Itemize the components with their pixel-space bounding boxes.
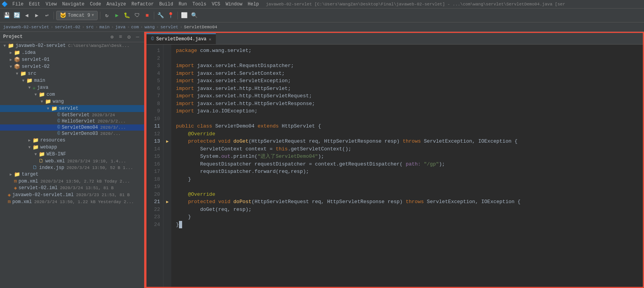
menu-window[interactable]: Window [223,1,245,8]
tree-item-pomxml-servlet02[interactable]: m pom.xml 2020/3/24 13:50, 2.72 kB Today… [0,178,144,185]
ln-2: 2 [148,55,160,62]
reload-button[interactable]: ↻ [103,11,111,20]
save-all-button[interactable]: 💾 [2,11,11,20]
tab-label-servletdemo04: ServletDemo04.java [156,36,207,42]
tree-item-webapp[interactable]: ▼ 📁 webapp [0,144,144,151]
param-21: (HttpServletRequest req, HttpServletResp… [251,198,406,206]
tree-item-servletdemo04[interactable]: © ServletDemo04 2020/3/... [0,124,144,131]
tree-item-rootpomxml[interactable]: m pom.xml 2020/3/24 13:50, 1.22 kB Yeste… [0,198,144,205]
menu-vcs[interactable]: VCS [210,1,223,8]
tree-meta-servlet02iml: 2020/3/24 13:51, 81 B [60,186,114,190]
tree-item-com[interactable]: ▼ 📁 com [0,91,144,98]
tree-item-servlet[interactable]: ▼ 📁 servlet [0,105,144,112]
menu-navigate[interactable]: Navigate [60,1,87,8]
tree-item-servlet02iml[interactable]: ◈ servlet-02.iml 2020/3/24 13:51, 81 B [0,185,144,191]
locate-button[interactable]: 📍 [167,11,175,20]
tree-item-getservlet[interactable]: © GetServlet 2020/3/24 [0,112,144,118]
undo-button[interactable]: ↩ [43,11,51,20]
tree-label-javaweb02iml: javaweb-02-servlet.iml [12,192,74,198]
tree-item-main[interactable]: ▼ 📁 main [0,77,144,84]
tree-item-webxml[interactable]: 🗋 web.xml 2020/3/24 19:10, 1.4... [0,158,144,164]
breadcrumb-sep-7: › [156,25,159,29]
hide-panel-button[interactable]: — [134,33,141,40]
forward-button[interactable]: ▶ [33,11,41,20]
project-folder-icon: 📁 [8,43,14,49]
code-14b: .getServletContext(); [288,145,351,153]
breadcrumb-wang[interactable]: wang [145,25,155,29]
ln-1: 1 [148,47,160,55]
tree-item-wang[interactable]: ▼ 📁 wang [0,98,144,105]
tree-item-javaweb02iml[interactable]: ◈ javaweb-02-servlet.iml 2020/3/23 21:53… [0,191,144,198]
code-editor[interactable]: 1 2 3 4 5 6 7 8 9 10 11 12 13 14 15 16 1… [146,45,643,287]
gutter-22 [164,206,170,214]
breadcrumb-servlet02[interactable]: servlet-02 [55,25,80,29]
run-button[interactable]: ▶ [113,11,121,20]
kw-import-6: import [176,85,194,93]
search-everywhere-button[interactable]: 🔍 [190,11,199,20]
tree-label-java: java [37,85,48,90]
code-content[interactable]: package com.wang.servlet; import javax.s… [171,45,643,287]
gear-settings-button[interactable]: ⚙ [126,33,133,40]
menu-file[interactable]: File [10,1,26,8]
menu-build[interactable]: Build [157,1,176,8]
code-line-12: @Override [176,130,638,138]
tree-item-idea[interactable]: ▶ 📁 .idea [0,49,144,56]
tree-item-helloservlet[interactable]: © HelloServlet 2020/3/2... [0,118,144,124]
menu-refactor[interactable]: Refactor [129,1,156,8]
indexjsp-file-icon: 🗋 [33,165,38,171]
tree-item-servlet01[interactable]: ▶ 📦 servlet-01 [0,56,144,63]
tree-item-resources[interactable]: ▶ 📁 resources [0,137,144,144]
breadcrumb-src[interactable]: src [86,25,94,29]
code-line-14: ServletContext context = this .getServle… [176,145,638,153]
tomcat-run-config[interactable]: 🐱 Tomcat 9 ▼ [56,11,98,20]
tree-label-webapp: webapp [40,145,57,150]
tree-item-root[interactable]: ▼ 📁 javaweb-02-servlet C:\Users\WangZan\… [0,42,144,49]
breadcrumb-servlet[interactable]: servlet [160,25,178,29]
menu-run[interactable]: Run [176,1,189,8]
menu-code[interactable]: Code [88,1,103,8]
menu-analyze[interactable]: Analyze [104,1,128,8]
kw-import-3: import [176,62,194,70]
annotation-12: @Override [188,130,215,138]
collapse-all-button[interactable]: ≡ [117,33,124,40]
tree-item-webinf[interactable]: ▼ 📁 WEB-INF [0,151,144,158]
tree-item-target[interactable]: ▶ 📁 target [0,171,144,178]
gutter-8 [164,100,170,108]
tree-meta-helloservlet: 2020/3/2... [98,119,126,124]
tree-item-servlet02[interactable]: ▼ 📦 servlet-02 [0,63,144,70]
editor-tab-servletdemo04[interactable]: © ServletDemo04.java ✕ [146,33,216,44]
breadcrumb-main[interactable]: main [99,25,109,29]
menu-view[interactable]: View [43,1,59,8]
add-content-root-button[interactable]: ⊕ [108,33,115,40]
code-line-23: } [176,213,638,221]
breadcrumb-com[interactable]: com [131,25,139,29]
indent-13 [176,138,188,145]
menu-edit[interactable]: Edit [27,1,43,8]
tree-meta-indexjsp: 2020/3/24 13:50, 52 B 1... [67,166,133,170]
tree-item-java[interactable]: ▼ ☕ java [0,84,144,91]
indent-21 [176,198,188,206]
ln-11: 11 [148,122,160,130]
code-line-1: package com.wang.servlet; [176,47,638,55]
tree-item-servletdemo03[interactable]: © ServlетDeno03 2020/... [0,131,144,137]
run-method-icon-13[interactable]: ▶ [166,139,169,144]
tree-item-src[interactable]: ▼ 📁 src [0,70,144,77]
debug-button[interactable]: 🐛 [123,11,131,20]
menu-tools[interactable]: Tools [190,1,209,8]
synchronize-button[interactable]: 🔄 [12,11,21,20]
code-line-20: @Override [176,191,638,198]
breadcrumb-root[interactable]: javaweb-02-servlet [3,25,49,29]
settings-button[interactable]: 🔧 [157,11,165,20]
back-button[interactable]: ◀ [22,11,31,20]
ln-13: 13 [148,138,160,145]
run-method-icon-21[interactable]: ▶ [166,199,169,204]
code-15b: .println( [230,153,257,160]
stop-button[interactable]: ■ [143,11,152,20]
layout-button[interactable]: ⬜ [180,11,189,20]
menu-bar: 🔷 File Edit View Navigate Code Analyze R… [0,0,644,9]
breadcrumb-java[interactable]: java [115,25,126,29]
menu-help[interactable]: Help [245,1,261,8]
run-with-coverage-button[interactable]: 🛡 [133,11,141,20]
tree-item-indexjsp[interactable]: 🗋 index.jsp 2020/3/24 13:50, 52 B 1... [0,164,144,171]
tab-close-button[interactable]: ✕ [209,37,212,42]
